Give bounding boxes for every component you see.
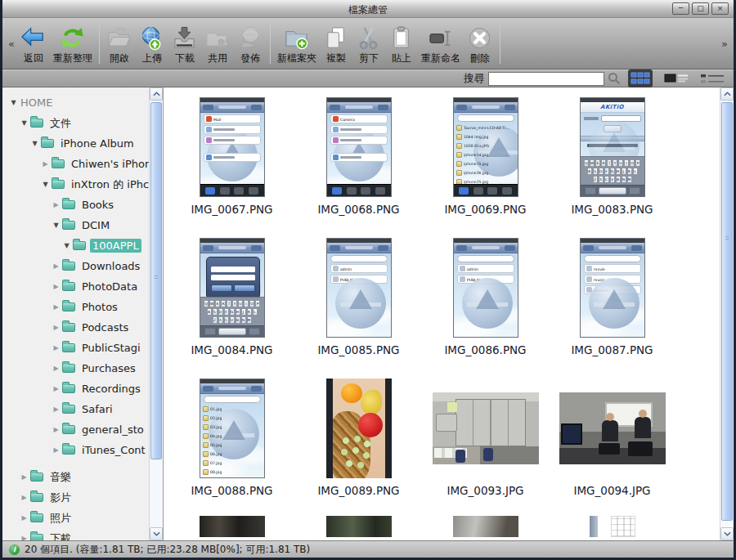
tree-item-purchases[interactable]: ▶Purchases <box>2 358 163 379</box>
tree-item-inxtron-的-iphc[interactable]: ▼inXtron 的 iPhc <box>2 174 163 195</box>
main-scrollbar[interactable] <box>720 87 734 540</box>
expand-arrow-icon[interactable]: ▶ <box>52 385 61 392</box>
file-tile-partial[interactable] <box>295 516 422 540</box>
collapse-arrow-icon[interactable]: ▼ <box>41 181 50 188</box>
expand-arrow-icon[interactable]: ▶ <box>52 426 61 433</box>
collapse-arrow-icon[interactable]: ▼ <box>30 140 39 147</box>
main-scroll-thumb[interactable] <box>721 102 733 521</box>
toolbar-button-back[interactable]: 返回 <box>17 18 50 69</box>
file-tile-partial[interactable] <box>168 516 295 540</box>
thumbnail-view-button[interactable] <box>627 69 653 87</box>
collapse-arrow-icon[interactable]: ▼ <box>62 242 71 249</box>
toolbar-button-refresh[interactable]: 重新整理 <box>50 18 96 69</box>
expand-arrow-icon[interactable]: ▶ <box>52 344 61 352</box>
tree-item-books[interactable]: ▶Books <box>2 195 163 215</box>
expand-arrow-icon[interactable]: ▶ <box>52 283 61 290</box>
search-input[interactable] <box>488 72 604 86</box>
paste-icon <box>388 25 414 51</box>
file-tile-img-0089-png[interactable]: IMG_0089.PNG <box>295 375 422 516</box>
toolbar-button-open-folder[interactable]: 開啟 <box>103 18 136 69</box>
file-tile-img-0069-png[interactable]: Taurus_mini-LCD-A0 Ti...1044 img.jpg1038… <box>422 94 549 235</box>
toolbar-button-download[interactable]: 下載 <box>168 18 201 69</box>
expand-arrow-icon[interactable]: ▶ <box>52 446 61 454</box>
toolbar-overflow-left-icon[interactable]: « <box>6 38 17 50</box>
toolbar-button-new-folder[interactable]: 新檔案夾 <box>274 18 320 69</box>
file-tile-img-0083-png[interactable]: AKiTiO QWERTYUIOPASDFGHJKLZXCVBNMIMG_008… <box>549 94 675 235</box>
thumbnail-wrap: QWERTYUIOPASDFGHJKLZXCVBNM <box>200 235 265 341</box>
file-tile-img-0068-png[interactable]: Camera IMG_0068.PNG <box>295 94 422 235</box>
file-tile-img-0067-png[interactable]: Mail IMG_0067.PNG <box>168 94 295 235</box>
expand-arrow-icon[interactable]: ▶ <box>52 201 61 208</box>
file-tile-img-0085-png[interactable]: adminPUBLICIMG_0085.PNG <box>295 235 422 375</box>
tree-item-iphone-album[interactable]: ▼iPhone Album <box>2 133 163 154</box>
tree-item-文件[interactable]: ▼文件 <box>2 113 163 133</box>
tree-item-chiwen-s-iphor[interactable]: ▶Chiwen's iPhor <box>2 154 163 174</box>
toolbar-button-share[interactable]: 共用 <box>201 18 234 69</box>
tree-item-publicstagi[interactable]: ▶PublicStagi <box>2 338 163 358</box>
tree-item-home[interactable]: ▼HOME <box>2 92 163 113</box>
tree-item-100appl[interactable]: ▼100APPL <box>2 235 163 256</box>
close-button[interactable]: × <box>711 2 729 15</box>
maximize-button[interactable]: □ <box>692 2 709 15</box>
minimize-button[interactable]: ─ <box>672 2 689 15</box>
expand-arrow-icon[interactable]: ▶ <box>20 535 29 540</box>
collapse-arrow-icon[interactable]: ▼ <box>52 222 61 229</box>
file-tile-img-0093-jpg[interactable]: IMG_0093.JPG <box>422 375 549 516</box>
tree-item-label: Recordings <box>79 382 143 396</box>
file-tile-img-0087-png[interactable]: moviemusicpicturesIMG_0087.PNG <box>549 235 675 375</box>
expand-arrow-icon[interactable]: ▶ <box>20 514 29 522</box>
tree-item-itunes-cont[interactable]: ▶iTunes_Cont <box>2 440 163 460</box>
toolbar-button-copy[interactable]: 複製 <box>320 18 352 69</box>
tree-item-影片[interactable]: ▶影片 <box>2 487 163 508</box>
expand-arrow-icon[interactable]: ▶ <box>52 262 61 270</box>
tree-item-recordings[interactable]: ▶Recordings <box>2 379 163 399</box>
expand-arrow-icon[interactable]: ▶ <box>52 324 61 331</box>
detail-view-button[interactable] <box>699 69 725 87</box>
list-view-button[interactable] <box>663 69 689 87</box>
scroll-down-icon[interactable] <box>150 527 163 540</box>
tree-item-label: 文件 <box>47 115 74 132</box>
collapse-arrow-icon[interactable]: ▼ <box>20 119 29 127</box>
toolbar-button-publish[interactable]: 發佈 <box>234 18 267 69</box>
tree-item-safari[interactable]: ▶Safari <box>2 399 163 419</box>
expand-arrow-icon[interactable]: ▶ <box>52 405 61 413</box>
scroll-down-icon[interactable] <box>720 527 734 540</box>
title-bar[interactable]: 檔案總管 ─□× <box>2 0 734 18</box>
sidebar-scrollbar[interactable] <box>149 87 163 540</box>
tree-item-下載[interactable]: ▶下載 <box>2 528 163 540</box>
collapse-arrow-icon[interactable]: ▼ <box>9 99 18 106</box>
tree-item-photodata[interactable]: ▶PhotoData <box>2 276 163 297</box>
toolbar-button-delete[interactable]: 刪除 <box>464 18 496 69</box>
file-tile-img-0086-png[interactable]: adminPUBLICIMG_0086.PNG <box>422 235 549 375</box>
expand-arrow-icon[interactable]: ▶ <box>20 473 29 481</box>
file-tile-partial[interactable] <box>549 516 675 540</box>
tree-item-照片[interactable]: ▶照片 <box>2 508 163 528</box>
toolbar-button-upload-globe[interactable]: 上傳 <box>136 18 168 69</box>
tree-item-音樂[interactable]: ▶音樂 <box>2 467 163 487</box>
sidebar-scroll-thumb[interactable] <box>150 102 162 459</box>
file-tile-partial[interactable] <box>422 516 549 540</box>
scroll-up-icon[interactable] <box>720 87 734 101</box>
file-tile-img-0084-png[interactable]: QWERTYUIOPASDFGHJKLZXCVBNMIMG_0084.PNG <box>168 235 295 375</box>
folder-icon <box>30 513 43 522</box>
toolbar-overflow-right-icon[interactable]: » <box>719 38 730 50</box>
tree-item-dcim[interactable]: ▼DCIM <box>2 215 163 235</box>
toolbar-button-cut[interactable]: 剪下 <box>352 18 385 69</box>
expand-arrow-icon[interactable]: ▶ <box>41 160 50 168</box>
thumbnail-wrap: adminPUBLIC <box>326 235 392 341</box>
expand-arrow-icon[interactable]: ▶ <box>20 494 29 501</box>
search-icon[interactable] <box>608 72 621 85</box>
file-tile-img-0094-jpg[interactable]: IMG_0094.JPG <box>549 375 675 516</box>
toolbar-button-rename[interactable]: 重新命名 <box>418 18 464 69</box>
expand-arrow-icon[interactable]: ▶ <box>52 303 61 311</box>
folder-icon <box>62 446 75 455</box>
toolbar-button-paste[interactable]: 貼上 <box>385 18 418 69</box>
file-tile-img-0088-png[interactable]: 01.jpg02.jpg03.jpg04.jpg05.jpg06.jpg07.j… <box>168 375 295 516</box>
tree-item-photos[interactable]: ▶Photos <box>2 297 163 317</box>
folder-icon <box>52 180 65 189</box>
tree-item-podcasts[interactable]: ▶Podcasts <box>2 317 163 338</box>
expand-arrow-icon[interactable]: ▶ <box>52 365 61 372</box>
tree-item-general-sto[interactable]: ▶general_sto <box>2 419 163 440</box>
tree-item-downloads[interactable]: ▶Downloads <box>2 256 163 276</box>
scroll-up-icon[interactable] <box>150 87 163 101</box>
